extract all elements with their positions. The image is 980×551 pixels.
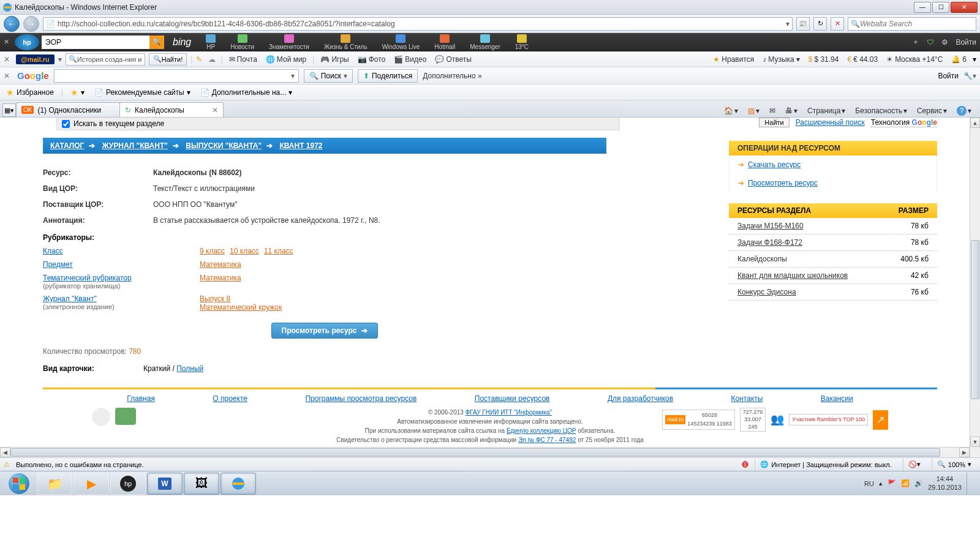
close-google-toolbar[interactable]: ✕ xyxy=(4,72,12,80)
mail-search-field[interactable]: 🔍 История созда-ния и xyxy=(66,53,145,66)
url-field[interactable]: 📄 ▾ xyxy=(43,17,793,31)
collection-link[interactable]: Единую коллекцию ЦОР xyxy=(507,427,576,434)
footer-viewers[interactable]: Программы просмотра ресурсов xyxy=(305,394,417,403)
cloud-icon[interactable]: ☁ xyxy=(208,55,217,64)
counter-icon-1[interactable] xyxy=(92,408,110,426)
resource-link[interactable]: Квант для младших школьников xyxy=(737,271,848,280)
search-current-checkbox[interactable] xyxy=(62,120,70,128)
google-logo[interactable]: Google xyxy=(17,70,49,81)
mail-button[interactable]: ✉ xyxy=(767,105,778,116)
tab-odnoklassniki[interactable]: OK(1) Одноклассники xyxy=(16,102,120,117)
start-button[interactable] xyxy=(2,473,36,495)
mail-link-photo[interactable]: 📷Фото xyxy=(355,55,388,64)
hp-item-winlive[interactable]: Windows Live xyxy=(376,34,426,50)
license-link[interactable]: Эл № ФС 77 - 47492 xyxy=(518,437,576,443)
mail-dropdown-icon[interactable]: ▾ xyxy=(58,55,62,64)
browser-search-input[interactable] xyxy=(860,20,973,28)
google-more-link[interactable]: Дополнительно » xyxy=(423,72,481,80)
subject-math-link[interactable]: Математика xyxy=(200,260,241,269)
tab-kaleidoscopes[interactable]: ↻Калейдоскопы✕ xyxy=(119,102,224,117)
tray-flag-icon[interactable]: 🚩 xyxy=(888,479,896,487)
tray-network-icon[interactable]: 📶 xyxy=(901,479,910,487)
download-resource-link[interactable]: Скачать ресурс xyxy=(748,160,801,169)
hp-item-hp[interactable]: HP xyxy=(200,34,222,50)
math-circle-link[interactable]: Математический кружок xyxy=(200,303,282,312)
tray-show-hidden[interactable]: ▴ xyxy=(879,479,883,487)
mail-music[interactable]: ♪Музыка▾ xyxy=(760,55,802,64)
hp-item-messenger[interactable]: Messenger xyxy=(464,34,506,50)
card-full-link[interactable]: Полный xyxy=(176,364,203,373)
task-image-viewer[interactable]: 🖼 xyxy=(184,473,219,495)
rubr-subject-link[interactable]: Предмет xyxy=(43,260,73,269)
rubr-thematic-link[interactable]: Тематический рубрикатор xyxy=(43,274,132,282)
scroll-left-button[interactable]: ◀ xyxy=(0,448,10,457)
mail-weather[interactable]: ☀Москва +14°C xyxy=(884,55,945,64)
url-input[interactable] xyxy=(58,18,783,30)
footer-contacts[interactable]: Контакты xyxy=(731,394,763,403)
page-find-button[interactable]: Найти xyxy=(759,118,789,127)
view-resource-link[interactable]: Просмотреть ресурс xyxy=(748,179,818,187)
people-icon[interactable]: 👥 xyxy=(771,411,784,428)
task-ie[interactable] xyxy=(221,473,256,495)
browser-search-field[interactable]: 🔍 xyxy=(848,17,976,31)
scroll-down-button[interactable]: ▼ xyxy=(970,437,980,447)
shield-icon[interactable]: 🛡 xyxy=(927,38,934,47)
task-hp[interactable]: hp xyxy=(110,473,146,495)
class-11-link[interactable]: 11 класс xyxy=(264,247,293,255)
zoom-control[interactable]: 🔍100% ▾ xyxy=(932,458,976,471)
rambler-arrow-icon[interactable]: ↗ xyxy=(873,410,888,430)
breadcrumb-journal[interactable]: ЖУРНАЛ "КВАНТ" xyxy=(102,141,168,150)
hp-item-hotmail[interactable]: Hotmail xyxy=(428,34,461,50)
close-hp-toolbar[interactable]: ✕ xyxy=(4,38,12,46)
liveinternet-counter[interactable]: 727.27933.007245 xyxy=(740,408,766,432)
google-share-button[interactable]: ⬆Поделиться xyxy=(358,69,418,83)
hscroll-thumb[interactable] xyxy=(10,448,940,457)
counter-icon-2[interactable] xyxy=(115,408,136,425)
resource-link[interactable]: Задачи М156-М160 xyxy=(737,222,804,230)
show-desktop-button[interactable] xyxy=(967,473,973,495)
rubr-class-link[interactable]: Класс xyxy=(43,247,63,255)
protected-mode-button[interactable]: 🚫▾ xyxy=(903,458,925,471)
forward-button[interactable]: → xyxy=(23,16,39,32)
google-login-link[interactable]: Войти xyxy=(938,72,959,80)
rambler-counter[interactable]: Участник Rambler's TOP 100 xyxy=(789,414,868,426)
stop-button[interactable]: ✕ xyxy=(831,17,844,31)
home-button[interactable]: 🏠▾ xyxy=(722,105,741,116)
bing-search-button[interactable]: 🔍 xyxy=(149,36,164,49)
recommended-sites[interactable]: 📄Рекомендуемые сайты ▾ xyxy=(92,87,193,98)
hp-item-life[interactable]: Жизнь & Стиль xyxy=(318,34,374,50)
add-favorite-button[interactable]: ★▾ xyxy=(68,86,87,99)
scroll-thumb[interactable] xyxy=(971,240,979,399)
mail-link-mail[interactable]: ✉Почта xyxy=(227,55,260,64)
mail-link-answers[interactable]: 💬Ответы xyxy=(432,55,473,64)
feeds-button[interactable]: ▤▾ xyxy=(745,105,762,116)
favorites-button[interactable]: ★Избранное xyxy=(4,86,56,99)
bing-search-input[interactable] xyxy=(42,38,149,47)
print-button[interactable]: 🖶▾ xyxy=(783,105,800,116)
hp-item-weather[interactable]: 13°C xyxy=(509,34,535,50)
hp-item-celeb[interactable]: Знаменитости xyxy=(263,34,315,50)
footer-vacancies[interactable]: Вакансии xyxy=(821,394,853,403)
footer-about[interactable]: О проекте xyxy=(213,394,247,403)
mail-usd[interactable]: $$ 31.94 xyxy=(806,55,842,64)
service-menu[interactable]: Сервис▾ xyxy=(914,105,949,116)
org-link[interactable]: ФГАУ ГНИИ ИТТ "Информика" xyxy=(466,409,552,416)
mail-dropdown-icon[interactable]: ▾ xyxy=(973,55,976,64)
issue-8-link[interactable]: Выпуск 8 xyxy=(200,294,230,303)
rubr-journal-link[interactable]: Журнал "Квант" xyxy=(43,294,97,303)
class-10-link[interactable]: 10 класс xyxy=(230,247,259,255)
breadcrumb-catalog[interactable]: КАТАЛОГ xyxy=(50,141,84,150)
scroll-up-button[interactable]: ▲ xyxy=(970,118,980,128)
maximize-button[interactable]: ☐ xyxy=(932,2,949,13)
bing-search-field[interactable]: 🔍 xyxy=(42,36,164,49)
thematic-math-link[interactable]: Математика xyxy=(200,274,241,282)
pencil-icon[interactable]: ✎ xyxy=(196,55,205,64)
mail-link-world[interactable]: 🌐Мой мир xyxy=(263,55,309,64)
resource-link[interactable]: Конкурс Эдисона xyxy=(737,288,796,296)
close-mail-toolbar[interactable]: ✕ xyxy=(4,55,12,64)
chevron-down-icon[interactable]: ▾ xyxy=(287,72,298,80)
mail-notif[interactable]: 🔔6 xyxy=(949,55,969,64)
dropdown-icon[interactable]: ▾ xyxy=(786,20,790,28)
scroll-right-button[interactable]: ▶ xyxy=(959,448,970,457)
mail-link-video[interactable]: 🎬Видео xyxy=(391,55,429,64)
